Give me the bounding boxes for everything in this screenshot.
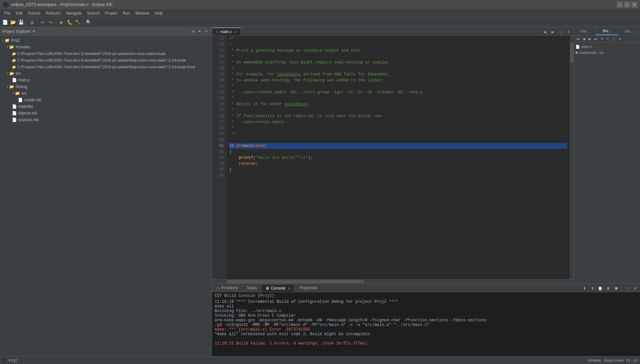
menu-refactor[interactable]: Refactor — [43, 10, 63, 16]
console-tb-4[interactable]: 🗑 — [605, 285, 612, 292]
right-item-stdio[interactable]: 📄 stdio.h — [575, 44, 639, 50]
code-line-28: * — [229, 125, 567, 131]
console-close[interactable]: ✕ — [288, 287, 291, 290]
editor-scrollbar[interactable] — [570, 36, 574, 279]
tree-includes[interactable]: ▼ 📂 Includes — [0, 44, 212, 50]
tree-inc3[interactable]: 📁 C:/Program Files (x86)/GNU Tools Arm E… — [0, 64, 212, 70]
editor-scroll-left[interactable]: ◀ — [541, 28, 549, 35]
pe-close[interactable]: ✕ — [204, 29, 209, 34]
menu-source[interactable]: Source — [25, 10, 43, 16]
inc3-label: C:/Program Files (x86)/GNU Tools Arm Emb… — [17, 65, 195, 69]
menu-file[interactable]: File — [1, 10, 13, 16]
proj2-icon: 📁 — [5, 38, 10, 43]
menu-search[interactable]: Search — [84, 10, 102, 16]
right-item-stdio-icon: 📄 — [575, 45, 580, 49]
tree-inc2[interactable]: 📁 C:/Program Files (x86)/GNU Tools Arm E… — [0, 57, 212, 64]
code-line-36 — [229, 173, 567, 179]
tree-subdirmk[interactable]: 📄 subdir.mk — [0, 97, 212, 103]
tree-debug[interactable]: ▼ 📂 Debug — [0, 83, 212, 90]
rp-tb-expand[interactable]: □ — [611, 36, 616, 41]
tb-save[interactable]: 💾 — [17, 19, 25, 26]
line-num-29: 29 — [212, 131, 227, 137]
menu-help[interactable]: Help — [152, 10, 166, 16]
right-tab-build[interactable]: Bui... — [596, 27, 618, 35]
rp-tb-btn3[interactable]: ▶ — [587, 36, 593, 41]
console-maximize[interactable]: □ — [623, 285, 631, 292]
inc1-label: C:/Program Files (x86)/GNU Tools Arm Emb… — [17, 52, 166, 56]
maximize-button[interactable]: □ — [624, 2, 630, 8]
menu-run[interactable]: Run — [120, 10, 133, 16]
menu-window[interactable]: Window — [133, 10, 152, 16]
rp-tb-btn4[interactable]: ⏭ — [593, 36, 599, 41]
bottom-tab-problems[interactable]: ⚠ Problems — [212, 284, 242, 292]
tb-redo[interactable]: ↪ — [47, 19, 54, 26]
code-line-21: * — [229, 83, 567, 89]
tb-debug[interactable]: 🐛 — [66, 19, 73, 26]
console-tb-1[interactable]: ⬇ — [581, 285, 588, 292]
rp-tb-close[interactable]: ✕ — [617, 36, 622, 41]
pe-menu[interactable]: ▼ — [197, 29, 202, 34]
tree-sourcesmk[interactable]: 📄 sources.mk — [0, 116, 212, 123]
bottom-tab-properties[interactable]: Properties — [295, 284, 322, 292]
rp-tb-btn5[interactable]: ✕ — [599, 36, 605, 41]
menu-project[interactable]: Project — [102, 10, 120, 16]
code-line-26: * If functionality is not required, to o… — [229, 113, 567, 119]
problems-icon: ⚠ — [216, 286, 220, 290]
bottom-tab-console[interactable]: 🖥 Console ✕ — [261, 284, 295, 292]
tb-build[interactable]: 🔨 — [74, 19, 81, 26]
console-tb-5[interactable]: ⏹ — [613, 285, 620, 292]
pe-tree: ▼ 📁 Proj2 ▼ 📂 Includes 📁 C:/Program File… — [0, 36, 212, 356]
console-close-btn[interactable]: ✕ — [631, 285, 639, 292]
close-button[interactable]: ✕ — [631, 2, 637, 8]
inc2-label: C:/Program Files (x86)/GNU Tools Arm Emb… — [17, 58, 186, 62]
tb-undo[interactable]: ↩ — [39, 19, 46, 26]
makefile-icon: 📄 — [12, 104, 17, 109]
tb-open[interactable]: 📂 — [9, 19, 17, 26]
console-tb-2[interactable]: ⬆ — [589, 285, 596, 292]
pe-collapse-all[interactable]: ⊟ — [190, 29, 196, 34]
right-tab-outline[interactable]: Out... — [574, 27, 596, 35]
tree-makefile[interactable]: 📄 makefile — [0, 103, 212, 110]
rp-tb-btn6[interactable]: ≡ — [605, 36, 611, 41]
console-line-9 — [215, 337, 637, 341]
editor-content: 13 14 15 16 17 18 19 20 21 22 23 24 25 2… — [212, 36, 574, 279]
editor-maximize[interactable]: □ — [557, 28, 564, 35]
rp-tb-btn1[interactable]: ⏮ — [575, 36, 581, 41]
tab-mainc-close[interactable]: ✕ — [234, 30, 237, 34]
tb-print[interactable]: 🖨 — [28, 19, 35, 26]
tree-debug-src[interactable]: ▼ 📂 src — [0, 90, 212, 97]
rp-tb-btn2[interactable]: ◀ — [581, 36, 587, 41]
line-num-28: 28 — [212, 125, 227, 131]
tree-mainc[interactable]: 📄 main.c — [0, 77, 212, 83]
right-tab-doc[interactable]: Do... — [618, 27, 640, 35]
menu-edit[interactable]: Edit — [13, 10, 25, 16]
tb-search[interactable]: 🔍 — [85, 19, 92, 26]
minimize-button[interactable]: ─ — [617, 2, 623, 8]
bottom-panel: ⚠ Problems Tasks 🖥 Console ✕ Properties … — [212, 283, 640, 356]
tasks-label: Tasks — [247, 286, 257, 290]
bottom-tab-tasks[interactable]: Tasks — [242, 284, 261, 292]
editor-close[interactable]: ✕ — [565, 28, 572, 35]
tree-objectsmk[interactable]: 📄 objects.mk — [0, 110, 212, 116]
editor-scroll-right[interactable]: ▶ — [549, 28, 557, 35]
tb-new[interactable]: 📄 — [1, 19, 9, 26]
editor-hscrollbar[interactable] — [212, 279, 574, 283]
console-line-2: make all — [215, 304, 637, 309]
console-icon: 🖥 — [265, 286, 269, 291]
src-icon: 📂 — [9, 71, 14, 76]
line-num-15: 15 — [212, 48, 227, 54]
src-label: src — [16, 71, 21, 76]
menu-navigate[interactable]: Navigate — [63, 10, 84, 16]
line-num-14: 14 — [212, 42, 227, 48]
problems-label: Problems — [221, 286, 238, 290]
tree-proj2[interactable]: ▼ 📁 Proj2 — [0, 37, 212, 44]
line-numbers: 13 14 15 16 17 18 19 20 21 22 23 24 25 2… — [212, 36, 227, 279]
tab-mainc[interactable]: c main.c ✕ — [212, 27, 241, 35]
console-tb-3[interactable]: 📋 — [597, 285, 604, 292]
code-editor[interactable]: /* * * Print a greeting message on stand… — [227, 36, 570, 279]
sourcesmk-label: sources.mk — [18, 117, 38, 122]
right-item-main[interactable]: main(void) : int — [575, 50, 639, 56]
tree-inc1[interactable]: 📁 C:/Program Files (x86)/GNU Tools Arm E… — [0, 50, 212, 57]
tree-src[interactable]: ▼ 📂 src — [0, 70, 212, 77]
tb-run[interactable]: ▶ — [58, 19, 65, 26]
